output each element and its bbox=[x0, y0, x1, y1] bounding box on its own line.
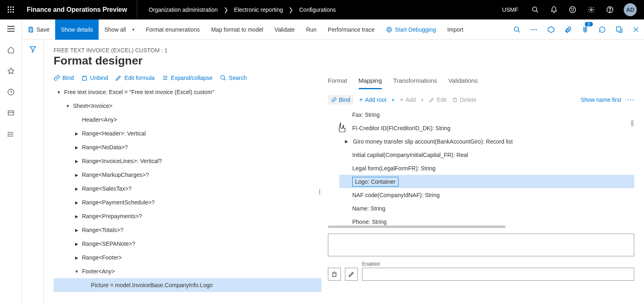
search-icon[interactable] bbox=[508, 19, 526, 40]
svg-marker-43 bbox=[30, 47, 36, 52]
pencil-icon[interactable] bbox=[345, 268, 358, 281]
expand-collapse-button[interactable]: Expand/collapse bbox=[162, 75, 213, 81]
chevron-right-icon[interactable]: ▶ bbox=[75, 228, 79, 232]
tree-node[interactable]: ▶Range<Header>: Vertical bbox=[54, 127, 321, 140]
popout-icon[interactable] bbox=[611, 19, 628, 40]
mapping-overflow-icon[interactable] bbox=[627, 98, 634, 101]
tab-format[interactable]: Format bbox=[328, 75, 347, 89]
help-icon[interactable] bbox=[601, 0, 619, 19]
close-icon[interactable] bbox=[628, 19, 644, 40]
chevron-right-icon[interactable]: ▶ bbox=[75, 173, 79, 177]
scrollbar-thumb[interactable] bbox=[328, 226, 506, 228]
home-icon[interactable] bbox=[2, 45, 20, 55]
tree-search-button[interactable]: Search bbox=[220, 75, 247, 81]
data-row[interactable]: NAF code(CompanyIdNAF): String bbox=[328, 188, 634, 202]
show-all-button[interactable]: Show all ▾ bbox=[99, 19, 140, 40]
funnel-icon[interactable] bbox=[29, 45, 37, 305]
refresh-icon[interactable] bbox=[594, 19, 611, 40]
edit-formula-button[interactable]: Edit formula bbox=[115, 75, 155, 81]
chevron-right-icon[interactable]: ▶ bbox=[75, 145, 79, 150]
company-code[interactable]: USMF bbox=[495, 6, 526, 13]
chevron-down-icon[interactable]: ▼ bbox=[75, 269, 79, 274]
star-icon[interactable] bbox=[2, 66, 20, 76]
tree-node[interactable]: ▶Range<Prepayments>? bbox=[54, 209, 321, 223]
show-details-button[interactable]: Show details bbox=[55, 19, 99, 40]
import-button[interactable]: Import bbox=[442, 19, 469, 40]
data-row[interactable]: Fax: String bbox=[328, 108, 634, 121]
mapping-data-list[interactable]: Fax: StringFI-Creditor ID(FICreditorID_D… bbox=[328, 108, 634, 226]
format-enumerations-button[interactable]: Format enumerations bbox=[140, 19, 205, 40]
trash-icon[interactable] bbox=[328, 268, 341, 281]
chevron-right-icon[interactable]: ▶ bbox=[75, 131, 79, 136]
paperclip-icon[interactable] bbox=[560, 19, 577, 40]
tree-node[interactable]: ▶Range<NoData>? bbox=[54, 140, 321, 154]
breadcrumb-item[interactable]: Configurations bbox=[299, 6, 336, 13]
chevron-right-icon[interactable]: ▶ bbox=[75, 242, 79, 246]
performance-trace-button[interactable]: Performance trace bbox=[322, 19, 380, 40]
data-row[interactable]: Phone: String bbox=[328, 215, 634, 226]
enabled-input[interactable] bbox=[362, 268, 634, 281]
map-format-button[interactable]: Map format to model bbox=[205, 19, 269, 40]
clock-icon[interactable] bbox=[2, 87, 20, 97]
chevron-right-icon[interactable]: ▶ bbox=[75, 200, 79, 205]
hamburger-icon[interactable] bbox=[2, 24, 20, 34]
data-row[interactable]: ▶Giro money transfer slip account(BankAc… bbox=[328, 135, 634, 148]
smiley-icon[interactable] bbox=[564, 0, 582, 19]
format-tree[interactable]: ▼Free text invoice: Excel = "Free text i… bbox=[54, 85, 321, 305]
tree-node[interactable]: ▶Range<PaymentSchedule>? bbox=[54, 195, 321, 209]
data-row[interactable]: Logo: Container bbox=[339, 175, 634, 188]
chevron-right-icon[interactable]: ▶ bbox=[75, 159, 79, 163]
tree-node[interactable]: ▶Range<Totals>? bbox=[54, 223, 321, 237]
chevron-right-icon[interactable]: ▶ bbox=[75, 214, 79, 219]
show-name-first-button[interactable]: Show name first bbox=[581, 97, 621, 103]
tree-node[interactable]: ▶Range<InvoiceLines>: Vertical? bbox=[54, 154, 321, 168]
svg-rect-1 bbox=[10, 6, 11, 8]
data-row[interactable]: Initial capital(CompanyInitialCapital_FR… bbox=[328, 148, 634, 161]
overflow-icon[interactable] bbox=[526, 19, 543, 40]
search-icon[interactable] bbox=[526, 0, 544, 19]
mapping-bind-button[interactable]: Bind bbox=[328, 95, 353, 105]
options-icon[interactable] bbox=[543, 19, 560, 40]
tree-node[interactable]: ▼Sheet<Invoice> bbox=[54, 99, 321, 113]
tab-transformations[interactable]: Transformations bbox=[393, 75, 437, 89]
gear-icon[interactable] bbox=[582, 0, 600, 19]
start-debugging-button[interactable]: Start Debugging bbox=[380, 19, 442, 40]
save-button[interactable]: Save bbox=[22, 19, 55, 40]
chevron-down-icon[interactable]: ▼ bbox=[57, 90, 61, 95]
validate-button[interactable]: Validate bbox=[269, 19, 301, 40]
data-row[interactable]: FI-Creditor ID(FICreditorID_DK): String bbox=[328, 121, 634, 135]
modules-icon[interactable] bbox=[2, 129, 20, 140]
chevron-right-icon[interactable]: ▶ bbox=[345, 139, 349, 144]
unbind-button[interactable]: Unbind bbox=[81, 75, 108, 81]
attachments-badge[interactable] bbox=[577, 19, 594, 40]
tab-mapping[interactable]: Mapping bbox=[359, 75, 382, 89]
tree-node[interactable]: ▶Range<Footer> bbox=[54, 251, 321, 264]
tree-node[interactable]: ▼Footer<Any> bbox=[54, 264, 321, 278]
scrollbar-thumb[interactable] bbox=[631, 120, 633, 127]
expression-box[interactable] bbox=[328, 234, 634, 256]
tree-node[interactable]: ▶Picture = model.InvoiceBase.CompanyInfo… bbox=[54, 278, 321, 292]
tree-node[interactable]: ▶Range<SEPANote>? bbox=[54, 237, 321, 251]
tree-node[interactable]: ▼Free text invoice: Excel = "Free text i… bbox=[54, 85, 321, 99]
chevron-right-icon[interactable]: ▶ bbox=[75, 256, 79, 260]
chevron-down-icon[interactable]: ▼ bbox=[66, 104, 70, 108]
data-row[interactable]: Legal form(LegalFormFR): String bbox=[328, 161, 634, 175]
tree-node[interactable]: ▶Header<Any> bbox=[54, 113, 321, 127]
run-button[interactable]: Run bbox=[300, 19, 322, 40]
tree-node-label: Range<NoData>? bbox=[82, 144, 128, 150]
tree-node[interactable]: ▶Range<SalesTax>? bbox=[54, 182, 321, 195]
workspace-icon[interactable] bbox=[2, 108, 20, 118]
avatar[interactable]: AD bbox=[624, 3, 637, 16]
add-root-button[interactable]: +Add root ▾ bbox=[359, 96, 394, 103]
svg-point-56 bbox=[630, 99, 631, 100]
tree-node[interactable]: ▶Range<MarkupCharges>? bbox=[54, 168, 321, 182]
data-row[interactable]: Name: String bbox=[328, 202, 634, 215]
bell-icon[interactable] bbox=[545, 0, 563, 19]
breadcrumb-item[interactable]: Organization administration bbox=[149, 6, 218, 13]
command-bar: Save Show details Show all ▾ Format enum… bbox=[22, 19, 644, 40]
tab-validations[interactable]: Validations bbox=[448, 75, 478, 89]
app-launcher[interactable] bbox=[0, 0, 22, 19]
bind-button[interactable]: Bind bbox=[54, 75, 74, 81]
chevron-right-icon[interactable]: ▶ bbox=[75, 187, 79, 191]
breadcrumb-item[interactable]: Electronic reporting bbox=[234, 6, 283, 13]
